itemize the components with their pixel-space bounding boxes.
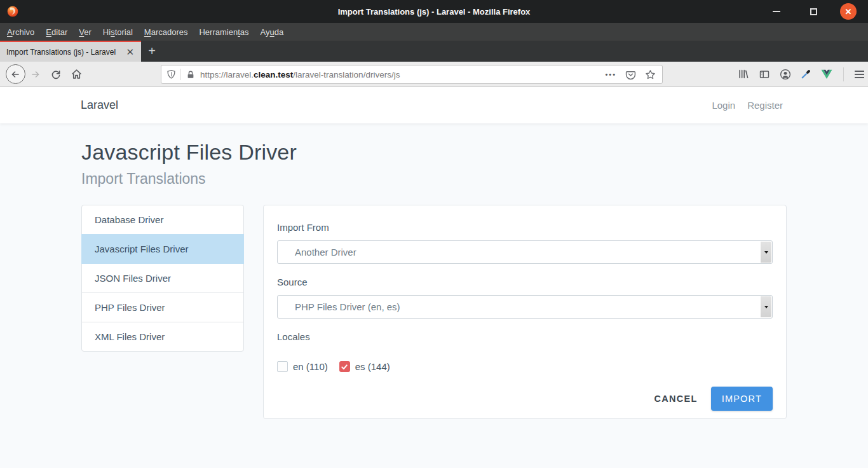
menu-editar[interactable]: Editar — [40, 23, 73, 41]
home-button[interactable] — [66, 64, 86, 85]
source-value: PHP Files Driver (en, es) — [295, 301, 400, 312]
menu-marcadores[interactable]: Marcadores — [139, 23, 194, 41]
menu-bar: Archivo Editar Ver Historial Marcadores … — [0, 23, 868, 41]
eyedropper-icon[interactable] — [801, 69, 811, 79]
menu-herramientas[interactable]: Herramientas — [193, 23, 254, 41]
window-titlebar: Import Translations (js) - Laravel - Moz… — [0, 0, 868, 23]
sidebar-toggle-icon[interactable] — [759, 69, 770, 79]
reload-button[interactable] — [46, 64, 66, 85]
bookmark-star-icon[interactable] — [645, 69, 656, 80]
account-icon[interactable] — [780, 69, 791, 80]
import-card: Import From Another Driver Source PHP Fi… — [263, 205, 787, 419]
locales-row: en (110) es (144) — [277, 361, 773, 372]
url-bar[interactable]: https://laravel.clean.test/laravel-trans… — [161, 65, 663, 84]
page-actions-icon[interactable]: ••• — [605, 71, 616, 78]
register-link[interactable]: Register — [747, 100, 783, 111]
navigation-toolbar: https://laravel.clean.test/laravel-trans… — [0, 62, 868, 87]
select-dropdown-strip[interactable] — [761, 242, 771, 263]
cancel-button[interactable]: CANCEL — [651, 389, 700, 409]
forward-icon — [31, 69, 41, 79]
vue-devtools-icon[interactable] — [821, 69, 832, 79]
menu-archivo[interactable]: Archivo — [1, 23, 40, 41]
locale-es-label: es (144) — [355, 361, 390, 372]
browser-tab-active[interactable]: Import Translations (js) - Laravel ✕ — [0, 41, 141, 62]
locale-option-es[interactable]: es (144) — [339, 361, 390, 372]
back-button[interactable] — [5, 64, 25, 85]
reload-icon — [51, 69, 61, 79]
select-dropdown-strip[interactable] — [761, 296, 771, 317]
sidebar-item-json-files-driver[interactable]: JSON Files Driver — [81, 263, 244, 293]
checkbox-es[interactable] — [339, 361, 350, 372]
firefox-icon — [6, 5, 19, 18]
sidebar-item-xml-files-driver[interactable]: XML Files Driver — [81, 322, 244, 352]
minimize-icon — [773, 11, 780, 12]
sidebar-item-database-driver[interactable]: Database Driver — [81, 205, 244, 235]
chevron-down-icon — [764, 306, 768, 308]
sidebar-item-javascript-files-driver[interactable]: Javascript Files Driver — [81, 234, 244, 264]
maximize-icon — [810, 8, 817, 15]
back-icon — [6, 64, 25, 84]
window-maximize-button[interactable] — [803, 1, 824, 22]
window-title: Import Translations (js) - Laravel - Moz… — [0, 7, 868, 17]
site-navbar: Laravel Login Register — [0, 87, 868, 123]
tab-title: Import Translations (js) - Laravel — [6, 48, 124, 57]
page-subtitle: Import Translations — [81, 170, 787, 188]
tab-close-icon[interactable]: ✕ — [124, 46, 136, 58]
url-text: https://laravel.clean.test/laravel-trans… — [200, 70, 605, 79]
page-title: Javascript Files Driver — [81, 140, 787, 165]
forward-button[interactable] — [25, 64, 46, 85]
app-menu-icon[interactable] — [855, 71, 864, 78]
locales-label: Locales — [277, 331, 773, 342]
import-button[interactable]: IMPORT — [711, 387, 773, 411]
toolbar-separator — [843, 67, 844, 81]
tab-bar: Import Translations (js) - Laravel ✕ + — [0, 41, 868, 62]
menu-ver[interactable]: Ver — [73, 23, 97, 41]
home-icon — [71, 69, 82, 79]
locale-option-en[interactable]: en (110) — [277, 361, 328, 372]
locale-en-label: en (110) — [293, 361, 328, 372]
urlbar-separator — [180, 69, 181, 80]
login-link[interactable]: Login — [712, 100, 735, 111]
lock-icon — [186, 70, 195, 79]
close-icon: ✕ — [845, 7, 852, 17]
check-icon — [341, 363, 348, 371]
source-select[interactable]: PHP Files Driver (en, es) — [277, 295, 773, 319]
pocket-icon[interactable] — [625, 69, 636, 80]
page-content: Laravel Login Register Javascript Files … — [0, 87, 868, 468]
window-close-button[interactable]: ✕ — [840, 3, 857, 20]
menu-historial[interactable]: Historial — [97, 23, 139, 41]
import-from-select[interactable]: Another Driver — [277, 240, 773, 264]
library-icon[interactable] — [738, 69, 749, 79]
source-label: Source — [277, 277, 773, 287]
sidebar-item-php-files-driver[interactable]: PHP Files Driver — [81, 292, 244, 322]
import-from-label: Import From — [277, 222, 773, 233]
chevron-down-icon — [764, 251, 768, 254]
brand-link[interactable]: Laravel — [81, 99, 118, 112]
driver-list: Database Driver Javascript Files Driver … — [81, 205, 244, 419]
card-actions: CANCEL IMPORT — [277, 387, 773, 411]
import-from-value: Another Driver — [295, 247, 356, 258]
tracking-shield-icon — [166, 69, 176, 79]
new-tab-button[interactable]: + — [141, 41, 163, 62]
checkbox-en[interactable] — [277, 361, 288, 372]
menu-ayuda[interactable]: Ayuda — [255, 23, 290, 41]
window-minimize-button[interactable] — [766, 1, 787, 22]
